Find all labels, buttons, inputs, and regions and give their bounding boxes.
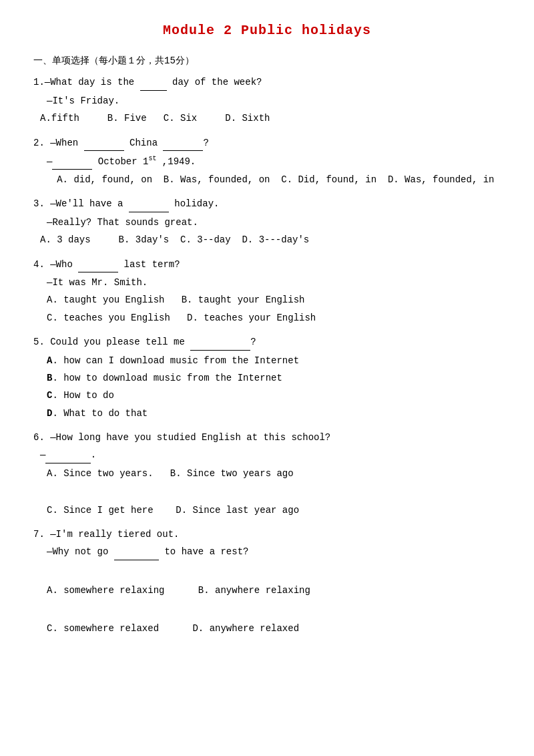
q2-options: A. did, found, on B. Was, founded, on C.… xyxy=(40,172,501,187)
q6-stem: 6. —How long have you studied English at… xyxy=(33,430,501,445)
q7-options-a: A. somewhere relaxing B. anywhere relaxi… xyxy=(47,583,501,598)
q7-answer: —Why not go to have a rest? xyxy=(47,544,501,560)
q4-answer: —It was Mr. Smith. xyxy=(47,275,501,290)
q4-stem: 4. —Who last term? xyxy=(33,257,501,272)
q7-stem: 7. —I'm really tiered out. xyxy=(33,527,501,542)
q3-stem: 3. —We'll have a holiday. xyxy=(33,196,501,212)
page-title: Module 2 Public holidays xyxy=(33,20,501,41)
q7-options-b: C. somewhere relaxed D. anywhere relaxed xyxy=(47,621,501,636)
question-1: 1.—What day is the day of the week? —It'… xyxy=(33,75,501,126)
q5-stem: 5. Could you please tell me ? xyxy=(33,335,501,350)
q4-options-a: A. taught you English B. taught your Eng… xyxy=(47,293,501,307)
question-6: 6. —How long have you studied English at… xyxy=(33,430,501,518)
q3-answer: —Really? That sounds great. xyxy=(47,215,501,230)
q6-options-b: C. Since I get here D. Since last year a… xyxy=(47,503,501,518)
question-7: 7. —I'm really tiered out. —Why not go t… xyxy=(33,527,501,636)
q1-options: A.fifth B. Five C. Six D. Sixth xyxy=(40,111,501,126)
q2-stem: 2. —When China ? xyxy=(33,136,501,151)
question-5: 5. Could you please tell me ? A. how can… xyxy=(33,335,501,421)
question-4: 4. —Who last term? —It was Mr. Smith. A.… xyxy=(33,257,501,326)
q1-stem: 1.—What day is the day of the week? xyxy=(33,75,501,90)
q5-option-b: B. how to download music from the Intern… xyxy=(47,371,501,385)
q5-option-c: C. How to do xyxy=(47,388,501,403)
q6-answer: — . xyxy=(40,447,501,463)
question-3: 3. —We'll have a holiday. —Really? That … xyxy=(33,196,501,247)
q2-answer: — October 1st ,1949. xyxy=(47,154,501,170)
q5-option-d: D. What to do that xyxy=(47,406,501,421)
q4-options-b: C. teaches you English D. teaches your E… xyxy=(47,311,501,325)
q6-options-a: A. Since two years. B. Since two years a… xyxy=(47,466,501,481)
q5-option-a: A. how can I download music from the Int… xyxy=(47,353,501,368)
question-2: 2. —When China ? — October 1st ,1949. A.… xyxy=(33,136,501,188)
section-header: 一、单项选择（每小题１分，共15分） xyxy=(33,53,501,68)
q1-answer: —It's Friday. xyxy=(47,93,501,108)
q3-options: A. 3 days B. 3day's C. 3--day D. 3---day… xyxy=(40,232,501,247)
